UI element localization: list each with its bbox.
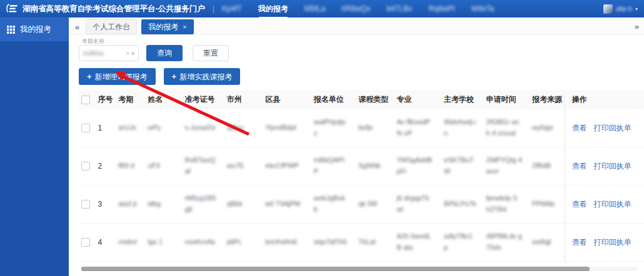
- query-button[interactable]: 查询: [146, 45, 183, 61]
- redacted-cell: qk 5M: [358, 199, 391, 210]
- clear-icon[interactable]: ×: [126, 50, 129, 57]
- chevron-down-icon: ▾: [131, 50, 134, 57]
- redacted-cell: w0 T9AjPM: [265, 199, 309, 210]
- nav-item[interactable]: W8xTa: [471, 4, 495, 13]
- nav-item[interactable]: M5fLa: [304, 4, 325, 13]
- column-header: 考期: [116, 90, 145, 109]
- column-header: 报考来源: [530, 90, 564, 109]
- row-checkbox[interactable]: [81, 124, 90, 132]
- nav-item[interactable]: Rq6wPt: [429, 4, 455, 13]
- nav-item[interactable]: b4TLBv: [386, 4, 412, 13]
- print-receipt-link[interactable]: 打印回执单: [594, 124, 631, 132]
- redacted-cell: swfiqjt: [532, 237, 561, 248]
- redacted-cell: rBPfMLdv g T5dv: [486, 231, 528, 253]
- redacted-cell: PPbMp: [532, 199, 561, 210]
- print-receipt-link[interactable]: 打印回执单: [594, 162, 631, 170]
- tab-bar: « 个人工作台 我的报考 × »: [69, 17, 644, 35]
- redacted-cell: BPkLPs7b: [444, 199, 481, 210]
- redacted-cell: ebcCfPWP: [265, 160, 309, 172]
- row-checkbox[interactable]: [81, 200, 90, 209]
- nav-item[interactable]: hR8wQx: [341, 4, 370, 13]
- redacted-cell: eSKTBuTW: [444, 155, 481, 177]
- tab-personal-workbench[interactable]: 个人工作台: [86, 19, 137, 35]
- column-header: 专业: [395, 90, 442, 109]
- table-header-row: 序号考期姓名准考证号市州区县报名单位课程类型专业主考学校申请时间报考来源操作: [79, 90, 644, 109]
- seq-cell: 4: [96, 224, 116, 262]
- exam-period-select[interactable]: 考期名称 mAfvw × ▾: [79, 45, 139, 61]
- user-menu[interactable]: xfw h ▾: [603, 4, 638, 14]
- column-header: 市州: [224, 90, 263, 109]
- app-header: 湖南省高等教育自学考试综合管理平台-公共服务门户 | Kp4fT我的报考M5fL…: [0, 0, 644, 17]
- add-practice-course-button[interactable]: + 新增实践课报考: [164, 68, 241, 85]
- row-checkbox[interactable]: [81, 238, 90, 247]
- redacted-cell: 2fBdB: [532, 160, 561, 172]
- fixed-column-divider: [565, 100, 566, 266]
- redacted-cell: ZMPYQtg 4 wvrr: [486, 155, 528, 177]
- horizontal-scrollbar-thumb[interactable]: [81, 267, 590, 271]
- registration-table: 序号考期姓名准考证号市州区县报名单位课程类型专业主考学校申请时间报考来源操作 1…: [79, 90, 644, 262]
- view-link[interactable]: 查看: [572, 238, 587, 247]
- redacted-cell: slquTafTk5: [314, 237, 354, 248]
- redacted-cell: wPy: [148, 122, 179, 134]
- redacted-cell: tgs 1: [148, 237, 179, 248]
- redacted-cell: 2fGBGr anh 4 srsval: [486, 117, 528, 139]
- redacted-cell: n.JurazDv: [184, 122, 221, 134]
- redacted-cell: rM5yg1B5gE: [184, 193, 221, 215]
- redacted-cell: fprwikdy 5 h2TB4: [486, 193, 528, 215]
- redacted-cell: jdiPL: [227, 237, 260, 248]
- print-receipt-link[interactable]: 打印回执单: [594, 238, 631, 247]
- column-header: 申请时间: [484, 90, 530, 109]
- seq-cell: 2: [96, 147, 116, 185]
- redacted-cell: A2h 5wndLB ata: [397, 231, 440, 253]
- column-header: 姓名: [145, 90, 182, 109]
- tab-label: 我的报考: [148, 22, 178, 32]
- expand-tabs-icon[interactable]: »: [635, 22, 638, 31]
- table-row: 1arUJxwPyn.JurazDvxjBnvYijvrdBdptwatPhpq…: [79, 109, 644, 147]
- collapse-tabs-icon[interactable]: «: [75, 23, 78, 31]
- close-icon[interactable]: ×: [183, 24, 186, 31]
- tab-label: 个人工作台: [93, 22, 130, 32]
- user-name: xfw h: [616, 5, 632, 12]
- exam-period-label: 考期名称: [82, 37, 104, 46]
- nav-item-my-registration[interactable]: 我的报考: [258, 4, 288, 14]
- select-all-checkbox[interactable]: [81, 96, 90, 104]
- column-header: 序号: [96, 90, 116, 109]
- main-content: « 个人工作台 我的报考 × » 考期名称 mAfvw × ▾ 查询 重置 + …: [69, 17, 644, 276]
- header-nav: Kp4fT我的报考M5fLahR8wQxb4TLBvRq6wPtW8xTa: [222, 4, 494, 14]
- user-avatar: [603, 4, 613, 14]
- redacted-cell: webJgBxkb: [314, 193, 354, 215]
- redacted-cell: befjx: [358, 122, 391, 134]
- redacted-cell: uP3: [148, 160, 179, 172]
- view-link[interactable]: 查看: [572, 124, 587, 132]
- redacted-cell: xjBnv: [227, 122, 260, 134]
- nav-item[interactable]: Kp4fT: [222, 4, 242, 13]
- print-receipt-link[interactable]: 打印回执单: [594, 200, 631, 209]
- sidebar: 我的报考: [0, 17, 69, 276]
- column-header: 课程类型: [356, 90, 394, 109]
- plus-icon: +: [172, 72, 177, 81]
- redacted-cell: SgNNb: [358, 160, 391, 172]
- plus-icon: +: [87, 72, 92, 81]
- redacted-cell: vswfcrvifa: [184, 237, 221, 248]
- exam-period-value: mAfvw: [83, 49, 126, 57]
- sidebar-item-my-registration[interactable]: 我的报考: [0, 17, 69, 41]
- redacted-cell: TkLat: [358, 237, 391, 248]
- redacted-cell: wu7E: [227, 160, 260, 172]
- view-link[interactable]: 查看: [572, 162, 587, 170]
- button-label: 新增实践课报考: [179, 73, 232, 81]
- add-theory-course-button[interactable]: + 新增理论课报考: [79, 68, 156, 85]
- column-header: 报名单位: [311, 90, 356, 109]
- table-row: 3aia3 jtidbgrM5yg1B5gEqBbkw0 T9AjPMwebJg…: [79, 185, 644, 224]
- redacted-cell: mBbQAPtP: [314, 155, 354, 177]
- redacted-cell: watPhpqtyz: [314, 117, 354, 139]
- redacted-cell: RxBTwxQaf: [184, 155, 221, 177]
- redacted-cell: sdtyTfbr1p: [444, 231, 481, 253]
- tab-my-registration[interactable]: 我的报考 ×: [141, 19, 193, 35]
- view-link[interactable]: 查看: [572, 200, 587, 209]
- column-header: 准考证号: [182, 90, 224, 109]
- reset-button[interactable]: 重置: [193, 45, 229, 61]
- sidebar-item-label: 我的报考: [20, 24, 51, 35]
- column-header: 主考学校: [441, 90, 483, 109]
- app-title: 湖南省高等教育自学考试综合管理平台-公共服务门户: [23, 4, 205, 14]
- row-checkbox[interactable]: [81, 162, 90, 170]
